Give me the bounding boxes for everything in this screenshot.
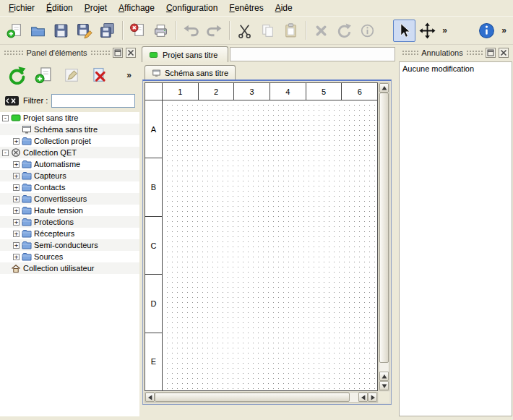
menu-configuration[interactable]: Configuration xyxy=(160,1,223,15)
horizontal-scroll-thumb[interactable] xyxy=(155,393,350,402)
expander-plus-icon[interactable]: + xyxy=(13,254,20,260)
tree-item-haute-tension[interactable]: +Haute tension xyxy=(0,205,139,216)
scroll-up-button[interactable] xyxy=(379,83,389,93)
scroll-right-button[interactable] xyxy=(368,393,377,402)
reload-collections-button[interactable] xyxy=(4,63,29,87)
open-project-button[interactable] xyxy=(27,20,49,42)
expander-plus-icon[interactable]: + xyxy=(13,219,20,226)
close-undo-panel-button[interactable] xyxy=(499,48,509,58)
toolbar-overflow-button[interactable]: » xyxy=(499,20,509,42)
elements-panel: Panel d'éléments » Filtrer : -Projet san… xyxy=(0,46,139,416)
folder-icon xyxy=(22,217,32,227)
element-edit-icon xyxy=(62,66,81,85)
undo-button[interactable] xyxy=(180,20,202,42)
diagram-canvas[interactable] xyxy=(163,100,377,390)
tree-item-collection-projet[interactable]: +Collection projet xyxy=(0,135,139,147)
menu-edition[interactable]: Édition xyxy=(40,1,79,15)
vertical-scrollbar[interactable] xyxy=(379,82,389,391)
tree-item-collection-utilisateur[interactable]: Collection utilisateur xyxy=(0,262,139,274)
home-icon xyxy=(11,263,21,273)
save-as-button[interactable] xyxy=(73,20,95,42)
expander-plus-icon[interactable]: + xyxy=(13,184,20,191)
tree-item-convertisseurs[interactable]: +Convertisseurs xyxy=(0,193,139,205)
float-undo-panel-button[interactable] xyxy=(486,48,496,58)
vertical-scroll-thumb[interactable] xyxy=(379,93,389,363)
tree-item-recepteurs[interactable]: +Récepteurs xyxy=(0,228,139,239)
rotate-selection-button[interactable] xyxy=(333,20,355,42)
tab-schema-sans-titre[interactable]: Schéma sans titre xyxy=(145,65,236,80)
gray-cross-icon xyxy=(313,22,329,39)
undo-panel-header[interactable]: Annulations xyxy=(400,46,511,59)
selection-mode-button[interactable] xyxy=(393,20,415,42)
tree-item-capteurs[interactable]: +Capteurs xyxy=(0,170,139,181)
modes-overflow-button[interactable]: » xyxy=(439,20,450,42)
menu-fenetres[interactable]: Fenêtres xyxy=(223,1,269,15)
scroll-down-button[interactable] xyxy=(379,381,389,390)
element-new-icon xyxy=(35,66,53,85)
elements-toolbar-overflow-button[interactable]: » xyxy=(126,70,135,80)
folder-open-icon xyxy=(30,22,46,39)
expander-plus-icon[interactable]: + xyxy=(13,231,20,237)
tree-item-protections[interactable]: +Protections xyxy=(0,216,139,228)
redo-arrow-icon xyxy=(206,22,223,39)
undo-history-list[interactable]: Aucune modification xyxy=(399,61,512,416)
tree-item-collection-qet[interactable]: -Collection QET xyxy=(0,147,139,158)
horizontal-scrollbar[interactable] xyxy=(145,392,378,403)
ruler-column-5: 5 xyxy=(306,83,342,100)
menu-projet[interactable]: Projet xyxy=(79,1,113,15)
scroll-left-button[interactable] xyxy=(145,393,155,402)
tree-item-contacts[interactable]: +Contacts xyxy=(0,181,139,193)
delete-selection-button[interactable] xyxy=(310,20,332,42)
expander-plus-icon[interactable]: + xyxy=(13,196,20,202)
printer-icon xyxy=(152,22,169,39)
new-project-button[interactable] xyxy=(4,20,26,42)
cut-button[interactable] xyxy=(233,20,256,42)
redo-button[interactable] xyxy=(203,20,225,42)
undo-panel-title: Annulations xyxy=(421,48,463,57)
delete-element-button[interactable] xyxy=(87,63,111,87)
expander-minus-icon[interactable]: - xyxy=(2,115,9,121)
new-element-button[interactable] xyxy=(32,63,56,87)
about-qet-button[interactable] xyxy=(475,20,498,42)
float-panel-button[interactable] xyxy=(113,48,123,58)
tree-item-projet-sans-titre[interactable]: -Projet sans titre xyxy=(0,112,139,124)
scroll-left-button-2[interactable] xyxy=(358,393,368,402)
save-all-button[interactable] xyxy=(96,20,118,42)
close-project-button[interactable] xyxy=(126,20,149,42)
close-panel-button[interactable] xyxy=(126,48,136,58)
elements-panel-header[interactable]: Panel d'éléments xyxy=(1,46,138,59)
expander-plus-icon[interactable]: + xyxy=(13,138,20,145)
vertical-scroll-track[interactable] xyxy=(379,93,389,372)
menu-affichage[interactable]: Affichage xyxy=(113,1,160,15)
menu-fichier[interactable]: Fichier xyxy=(3,1,40,15)
float-icon xyxy=(487,49,494,56)
toolbar-separator xyxy=(122,21,123,40)
folder-icon xyxy=(22,240,32,250)
scroll-up-button-2[interactable] xyxy=(379,372,389,381)
expander-plus-icon[interactable]: + xyxy=(13,242,20,249)
tree-item-automatisme[interactable]: +Automatisme xyxy=(0,158,139,170)
horizontal-scroll-track[interactable] xyxy=(155,393,358,402)
tree-item-schema-sans-titre[interactable]: Schéma sans titre xyxy=(0,124,139,135)
edit-element-button[interactable] xyxy=(59,63,84,87)
pan-mode-button[interactable] xyxy=(416,20,439,42)
tree-item-semi-conducteurs[interactable]: +Semi-conducteurs xyxy=(0,239,139,251)
expander-minus-icon[interactable]: - xyxy=(2,150,9,156)
tree-item-sources[interactable]: +Sources xyxy=(0,251,139,262)
expander-plus-icon[interactable]: + xyxy=(13,161,20,168)
row-ruler: ABCDE xyxy=(145,100,163,390)
copy-button[interactable] xyxy=(256,20,279,42)
clear-filter-icon[interactable] xyxy=(4,95,20,107)
toolbar-separator xyxy=(176,21,176,40)
menu-aide[interactable]: Aide xyxy=(270,1,298,15)
filter-input[interactable] xyxy=(51,94,135,108)
save-button[interactable] xyxy=(50,20,72,42)
print-button[interactable] xyxy=(150,20,172,42)
expander-plus-icon[interactable]: + xyxy=(13,207,20,214)
expander-plus-icon[interactable]: + xyxy=(13,173,20,179)
tab-projet-sans-titre[interactable]: Projet sans titre xyxy=(142,46,228,62)
element-info-button[interactable] xyxy=(356,20,379,42)
tree-item-label: Récepteurs xyxy=(34,229,74,238)
diagram-view[interactable]: 123456 ABCDE xyxy=(145,82,378,391)
paste-button[interactable] xyxy=(280,20,302,42)
